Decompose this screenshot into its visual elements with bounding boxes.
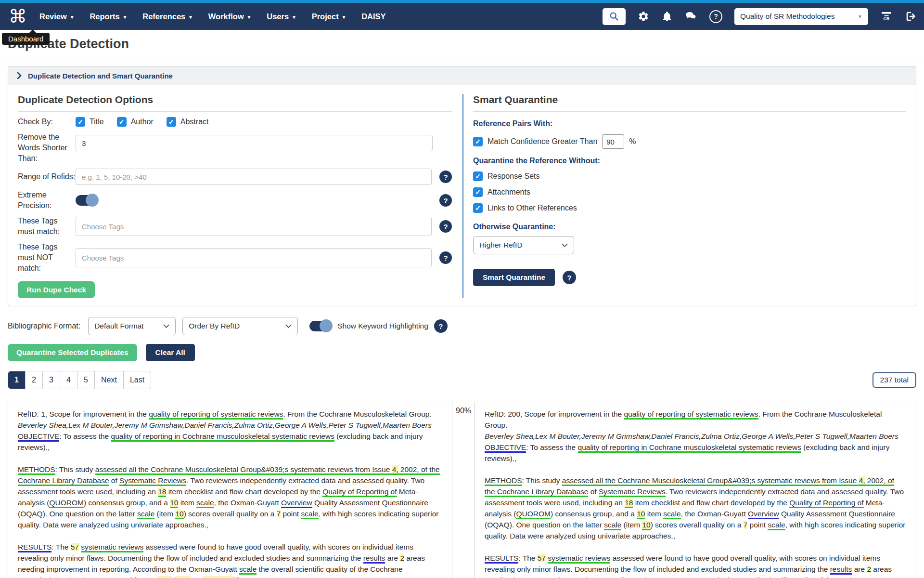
chat-bubbles-icon[interactable] [685, 11, 697, 22]
text-segment: METHODS [18, 465, 55, 475]
tags-not-match-help-button[interactable]: ? [439, 251, 452, 264]
help-icon[interactable]: ? [709, 10, 722, 23]
text-segment: Systematic Reviews [599, 487, 666, 497]
next-page-button[interactable]: Next [95, 371, 124, 389]
order-by-select[interactable]: Order By RefID [182, 317, 298, 335]
reference-panel-right[interactable]: RefID: 200, Scope for improvement in the… [475, 402, 916, 578]
reference-panel-left[interactable]: RefID: 1, Scope for improvement in the q… [8, 402, 452, 578]
quarantine-selected-duplicates-button[interactable]: Quarantine Selected Duplicates [8, 344, 137, 361]
checkbox-attachments[interactable]: ✓ [473, 187, 483, 197]
main-nav: Review▾Reports▾References▾Workflow▾Users… [39, 12, 386, 21]
nav-item-workflow[interactable]: Workflow▾ [208, 12, 250, 21]
chevron-right-icon [17, 72, 22, 79]
range-refids-input[interactable] [76, 169, 432, 185]
text-segment: (item [621, 521, 642, 529]
otherwise-quarantine-label: Otherwise Quarantine: [473, 223, 906, 231]
text-segment: : To assess the [59, 432, 111, 440]
cr-records-icon[interactable]: CR [880, 11, 893, 22]
text-segment: quality of reporting of systematic revie… [624, 410, 758, 420]
bibliographic-format-select[interactable]: Default Format [88, 317, 176, 335]
toggle-knob [86, 194, 99, 207]
bell-icon[interactable] [661, 11, 673, 22]
order-by-value: Order By RefID [189, 322, 240, 330]
panel-collapse-header[interactable]: Duplicate Detection and Smart Quarantine [8, 66, 916, 85]
top-navigation-bar: ⌘ Review▾Reports▾References▾Workflow▾Use… [0, 3, 924, 30]
smart-quarantine-title: Smart Quarantine [473, 94, 906, 112]
title-divider [0, 58, 924, 58]
search-icon [609, 11, 619, 22]
text-segment: : This study [55, 465, 95, 473]
text-segment: Beverley Shea,Lex M Bouter,Jeremy M Grim… [18, 421, 432, 429]
gear-icon[interactable] [638, 11, 649, 22]
extreme-precision-help-button[interactable]: ? [439, 194, 452, 207]
tags-not-match-input[interactable] [76, 248, 432, 267]
text-segment: scale [239, 565, 257, 575]
keyword-highlighting-toggle[interactable] [309, 321, 331, 331]
page-button-1[interactable]: 1 [8, 371, 26, 389]
run-dupe-check-button[interactable]: Run Dupe Check [18, 281, 95, 298]
text-segment: quality of reporting of systematic revie… [149, 410, 283, 420]
page-button-2[interactable]: 2 [26, 371, 43, 389]
otherwise-quarantine-select[interactable]: Higher RefID [473, 236, 574, 254]
extreme-precision-toggle[interactable] [76, 195, 97, 206]
bibliographic-format-value: Default Format [94, 322, 144, 330]
nav-item-users[interactable]: Users▾ [267, 12, 295, 21]
nav-item-review[interactable]: Review▾ [39, 12, 73, 21]
duplicate-detection-panel: Duplicate Detection and Smart Quarantine… [8, 66, 916, 306]
quarantine-without-heading: Quarantine the Reference Without: [473, 157, 906, 165]
match-confidence-row: ✓ Match Confidence Greater Than % [473, 134, 906, 149]
checkbox-author[interactable]: ✓ [117, 117, 127, 127]
checkbox-item-links-to-other-references: ✓Links to Other References [473, 203, 906, 213]
text-segment: item [178, 499, 196, 507]
smart-quarantine-button[interactable]: Smart Quarantine [473, 269, 555, 286]
match-confidence-checkbox[interactable]: ✓ [473, 137, 483, 146]
text-segment: systematic reviews [548, 554, 610, 564]
checkbox-links-to-other-references[interactable]: ✓ [473, 203, 483, 213]
chevron-down-icon: ▾ [124, 13, 127, 20]
text-segment: 10 [175, 510, 183, 519]
nav-item-daisy[interactable]: DAISY [361, 12, 385, 21]
text-segment: : To assess the [526, 443, 578, 451]
project-selector-dropdown[interactable]: Quality of SR Methodologies ▼ [734, 8, 868, 25]
app-logo-command-icon[interactable]: ⌘ [9, 7, 27, 26]
nav-item-reports[interactable]: Reports▾ [90, 12, 126, 21]
text-segment: 7 [277, 510, 281, 518]
pagination: 12345NextLast [8, 371, 151, 389]
clear-all-button[interactable]: Clear All [146, 344, 195, 361]
remove-words-input[interactable] [76, 135, 433, 151]
tags-match-help-button[interactable]: ? [439, 220, 452, 233]
page-button-4[interactable]: 4 [60, 371, 77, 389]
checkbox-abstract[interactable]: ✓ [167, 117, 176, 127]
nav-item-project[interactable]: Project▾ [312, 12, 345, 21]
search-button[interactable] [603, 8, 626, 25]
text-segment: 57 [538, 554, 546, 562]
text-segment: quality of reporting in Cochrane musculo… [111, 432, 334, 442]
checkbox-title[interactable]: ✓ [76, 117, 85, 127]
chevron-down-icon [285, 324, 292, 328]
reference-paragraph: METHODS: This study assessed all the Coc… [18, 464, 442, 530]
keyword-highlighting-help-button[interactable]: ? [434, 319, 448, 333]
text-segment: 2 [400, 554, 404, 562]
tags-match-input[interactable] [76, 217, 432, 236]
text-segment: CI [191, 576, 203, 578]
chevron-down-icon [562, 243, 568, 247]
checkbox-response-sets[interactable]: ✓ [473, 171, 483, 181]
match-confidence-input[interactable] [602, 134, 624, 149]
last-page-button[interactable]: Last [124, 371, 151, 389]
smart-quarantine-help-button[interactable]: ? [563, 271, 576, 284]
text-segment: Scope for improvement in the [49, 410, 149, 418]
text-segment: scale [137, 510, 154, 519]
nav-item-references[interactable]: References▾ [142, 12, 192, 21]
page-button-5[interactable]: 5 [77, 371, 95, 389]
tags-match-label: These Tags must match: [18, 216, 76, 237]
text-segment: : This study [522, 476, 562, 485]
reference-paragraph: RESULTS: The 57 systematic reviews asses… [485, 552, 906, 578]
reference-pairs-heading: Reference Pairs With: [473, 119, 906, 128]
text-segment: Overview [748, 510, 779, 519]
page-button-3[interactable]: 3 [43, 371, 60, 389]
range-refids-help-button[interactable]: ? [439, 171, 452, 183]
bibliographic-format-label: Bibliographic Format: [8, 322, 80, 330]
text-segment: QUOROM [49, 499, 83, 508]
duplicate-results-row: RefID: 1, Scope for improvement in the q… [8, 402, 916, 578]
logout-icon[interactable] [905, 11, 917, 22]
